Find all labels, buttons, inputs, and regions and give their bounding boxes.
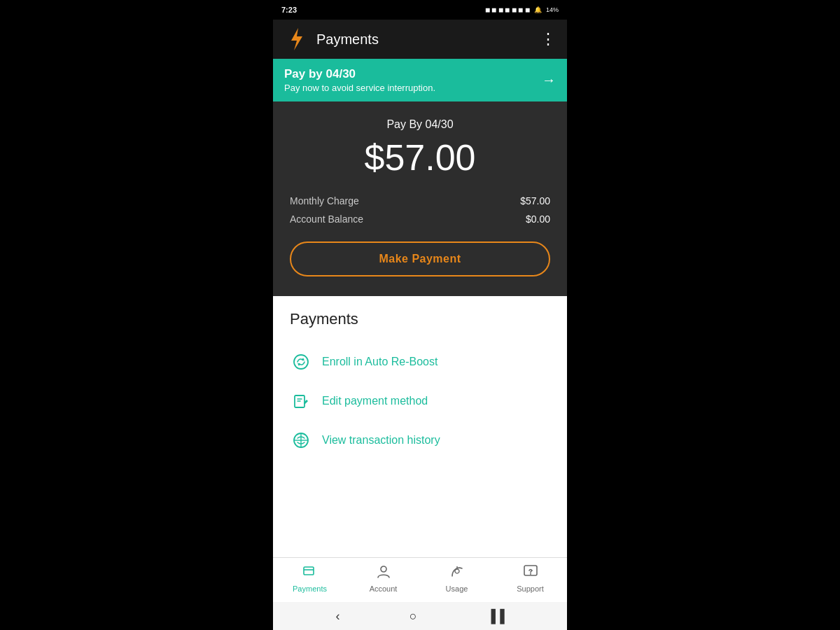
svg-point-14 [530,573,531,575]
support-nav-label: Support [517,584,544,593]
usage-nav-icon [449,564,465,583]
edit-payment-method-item[interactable]: Edit payment method [290,382,550,421]
payments-nav-icon [302,564,318,583]
payments-nav-label: Payments [293,584,327,593]
monthly-charge-value: $57.00 [520,195,550,206]
view-transaction-history-label: View transaction history [322,434,440,447]
teal-banner-title: Pay by 04/30 [284,67,435,81]
status-bar: 7:23 ◼ ◼ ◼ ◼ ◼ ◼ ◼ 🔔 14% [273,0,567,20]
battery-icon: 🔔 [534,6,542,13]
edit-payment-icon [290,390,312,412]
transaction-history-icon [290,429,312,451]
account-nav-label: Account [370,584,398,593]
battery-percent: 14% [546,6,559,13]
svg-rect-8 [304,567,314,575]
app-logo-icon [284,27,309,52]
status-icons: ◼ ◼ ◼ ◼ ◼ ◼ ◼ 🔔 14% [485,6,559,13]
recents-button[interactable]: ▐▐ [486,609,505,624]
nav-payments-tab[interactable]: Payments [273,564,346,599]
view-transaction-history-item[interactable]: View transaction history [290,421,550,460]
overflow-menu-button[interactable]: ⋮ [540,30,556,48]
usage-nav-label: Usage [446,584,468,593]
pay-amount: $57.00 [290,136,550,178]
svg-point-1 [294,355,308,369]
account-balance-label: Account Balance [290,214,363,225]
account-balance-row: Account Balance $0.00 [290,214,550,225]
nav-usage-tab[interactable]: Usage [420,564,493,599]
app-header-title: Payments [316,31,540,48]
home-button[interactable]: ○ [410,609,417,624]
monthly-charge-row: Monthly Charge $57.00 [290,195,550,206]
teal-banner[interactable]: Pay by 04/30 Pay now to avoid service in… [273,59,567,102]
teal-banner-subtitle: Pay now to avoid service interruption. [284,83,435,93]
bottom-nav: Payments Account Usage [273,557,567,602]
nav-support-tab[interactable]: Support [493,564,567,599]
teal-banner-arrow-icon: → [542,72,556,88]
pay-by-label: Pay By 04/30 [290,118,550,131]
monthly-charge-label: Monthly Charge [290,195,359,206]
payments-section-title: Payments [290,310,550,328]
back-button[interactable]: ‹ [336,609,340,624]
app-header: Payments ⋮ [273,20,567,59]
svg-point-10 [381,566,386,572]
payments-section: Payments Enroll in Auto Re-Boost [273,296,567,557]
edit-payment-method-label: Edit payment method [322,395,428,407]
status-time: 7:23 [281,6,297,14]
notification-icons: ◼ ◼ ◼ ◼ ◼ ◼ ◼ [485,6,530,13]
make-payment-button[interactable]: Make Payment [290,241,550,276]
enroll-auto-reboost-label: Enroll in Auto Re-Boost [322,356,438,368]
auto-reboost-icon [290,351,312,373]
payment-card: Pay By 04/30 $57.00 Monthly Charge $57.0… [273,102,567,296]
phone-container: 7:23 ◼ ◼ ◼ ◼ ◼ ◼ ◼ 🔔 14% Payments ⋮ Pay … [273,0,567,630]
support-nav-icon [523,564,538,583]
teal-banner-content: Pay by 04/30 Pay now to avoid service in… [284,67,435,93]
enroll-auto-reboost-item[interactable]: Enroll in Auto Re-Boost [290,342,550,382]
svg-point-11 [455,569,459,573]
svg-marker-0 [291,28,302,50]
nav-account-tab[interactable]: Account [346,564,420,599]
account-balance-value: $0.00 [526,214,550,225]
android-nav-bar: ‹ ○ ▐▐ [273,602,567,630]
account-nav-icon [376,564,391,583]
